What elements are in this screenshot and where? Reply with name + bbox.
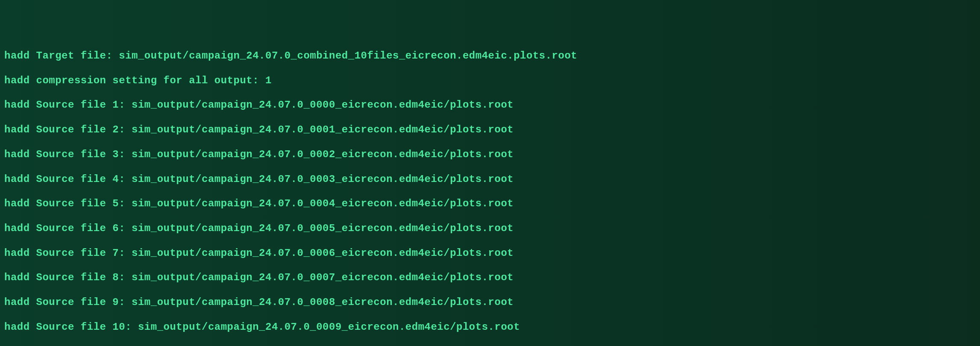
hadd-source-7-line: hadd Source file 7: sim_output/campaign_… [4,247,976,260]
hadd-source-10-line: hadd Source file 10: sim_output/campaign… [4,321,976,334]
hadd-compression-line: hadd compression setting for all output:… [4,74,976,88]
hadd-source-5-line: hadd Source file 5: sim_output/campaign_… [4,197,976,211]
hadd-source-2-line: hadd Source file 2: sim_output/campaign_… [4,123,976,137]
hadd-source-3-line: hadd Source file 3: sim_output/campaign_… [4,148,976,161]
hadd-source-4-line: hadd Source file 4: sim_output/campaign_… [4,173,976,186]
hadd-source-8-line: hadd Source file 8: sim_output/campaign_… [4,271,976,284]
hadd-target-file-line: hadd Target file: sim_output/campaign_24… [4,50,976,63]
hadd-source-1-line: hadd Source file 1: sim_output/campaign_… [4,99,976,112]
hadd-source-9-line: hadd Source file 9: sim_output/campaign_… [4,296,976,309]
hadd-source-6-line: hadd Source file 6: sim_output/campaign_… [4,222,976,235]
